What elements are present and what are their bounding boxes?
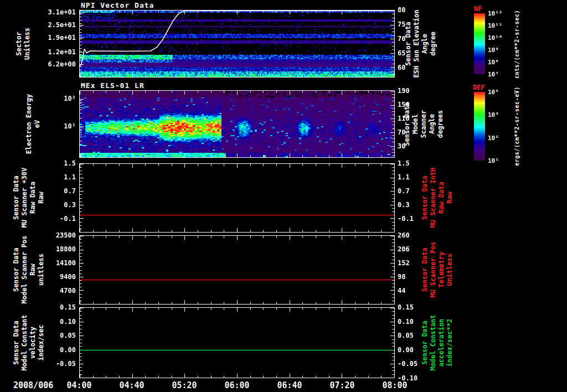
y-tick-label: 260 (398, 231, 410, 239)
y-tick-label: -0.10 (398, 374, 417, 382)
axis-label-scanner-angle: Sensor Data Model Scanner Angle degrees (403, 102, 445, 146)
axis-label-mu-scanner-inth: Sensor Data MU Scanner IntH Raw Data Raw (421, 168, 454, 228)
time-tick-label: 04:40 (112, 380, 151, 390)
colorbar-def (474, 92, 485, 163)
y-tick-label: 2.5e+01 (0, 21, 76, 29)
panel-els-title: MEx ELS-01 LR (81, 81, 145, 90)
y-tick-label: 0.00 (398, 346, 414, 354)
colorbar-tick-label: 10¹¹ (488, 22, 503, 30)
time-tick-label: 08:00 (375, 380, 414, 390)
y-tick-label: 0.3 (398, 201, 410, 209)
axis-label-model-velocity: Sensor Data Model Constant velocity inde… (12, 314, 45, 370)
y-tick-label: 0.10 (398, 318, 414, 326)
colorbar-tick-label: 10⁷ (488, 71, 499, 79)
time-tick-label: 06:00 (218, 380, 256, 390)
y-tick-label: 1.5 (398, 159, 410, 167)
axis-label-sun-elevation: Sensor Data ESH Sun Elevation Angle degr… (404, 10, 437, 78)
y-tick-label: -0.1 (398, 215, 414, 223)
mu-scanner-raw-canvas (80, 164, 394, 232)
y-tick-label: 206 (398, 245, 410, 253)
colorbar-def-canvas (474, 92, 485, 161)
colorbar-nf-title: NF (474, 5, 482, 13)
panel-els-spectrogram (79, 90, 395, 158)
colorbar-def-unit-label: ergs/(cm**2-sr-sec-eV) (514, 86, 520, 166)
colorbar-tick-label: 10¹² (488, 10, 503, 18)
y-tick-label: -0.05 (398, 360, 417, 368)
y-tick-label: 0.05 (398, 332, 414, 339)
panel-model-scanner-pos (79, 235, 395, 305)
y-tick-label: 152 (398, 259, 410, 267)
y-tick-label: 1.9e+01 (0, 34, 76, 42)
panel-npi-title: NPI Vector Data (81, 1, 154, 9)
y-tick-label: 0.15 (0, 303, 76, 311)
colorbar-tick-label: 10⁴ (488, 89, 499, 96)
axis-label-mu-scanner-pos: Sensor Data MU Scanner Pos Telemetry Uni… (421, 241, 454, 297)
model-constant-velocity-canvas (80, 308, 394, 378)
y-tick-label: 98 (398, 273, 405, 281)
axis-label-sector: Sector Unitless (15, 28, 32, 60)
colorbar-tick-label: 10³ (488, 111, 499, 119)
y-tick-label: 1.5 (0, 159, 76, 167)
colorbar-nf-unit-label: cnts/(cm**2-sr-sec) (514, 10, 520, 79)
colorbar-nf (474, 13, 485, 76)
colorbar-tick-label: 10¹ (488, 157, 499, 165)
els-spectrogram-canvas (80, 91, 394, 157)
plot-window: NPI Vector Data MEx ELS-01 LR Sector Uni… (0, 0, 567, 392)
y-tick-label: 0.15 (398, 303, 414, 311)
colorbar-def-title: DEF (473, 84, 485, 91)
npi-spectrogram-canvas (80, 11, 394, 77)
colorbar-tick-label: 10¹⁰ (488, 34, 503, 42)
axis-label-electron-energy: Electron Energy eV (25, 94, 42, 154)
axis-label-model-scanner-pos: Sensor Data Model Scanner Pos Raw unitle… (12, 236, 45, 304)
date-label: 2008/006 (13, 380, 53, 390)
colorbar-tick-label: 10² (488, 135, 499, 142)
axis-label-model-acceleration: Sensor Data Model Constant acceleration … (421, 314, 454, 370)
y-tick-label: 0.7 (398, 187, 410, 195)
colorbar-tick-label: 10⁹ (488, 47, 499, 54)
time-tick-label: 04:00 (60, 380, 99, 390)
panel-model-constant-vel (79, 307, 395, 378)
axis-label-mu-scanner-30v: Sensor Data MU Scanner +30V Raw Data Raw (12, 168, 45, 228)
y-tick-label: 6.2e+00 (0, 60, 76, 68)
y-tick-label: 3.1e+01 (0, 8, 76, 16)
colorbar-nf-canvas (474, 13, 485, 74)
time-tick-label: 06:40 (270, 380, 309, 390)
y-tick-label: 1.1 (398, 173, 410, 181)
y-tick-label: 190 (398, 87, 410, 95)
time-tick-label: 07:20 (323, 380, 362, 390)
colorbar-tick-label: 10⁸ (488, 59, 499, 66)
time-tick-label: 05:20 (165, 380, 204, 390)
panel-mu-scanner-raw (79, 163, 395, 233)
y-tick-label: 1.2e+01 (0, 48, 76, 56)
model-scanner-pos-canvas (80, 236, 394, 304)
panel-npi-spectrogram (79, 10, 395, 78)
y-tick-label: 44 (398, 287, 405, 295)
